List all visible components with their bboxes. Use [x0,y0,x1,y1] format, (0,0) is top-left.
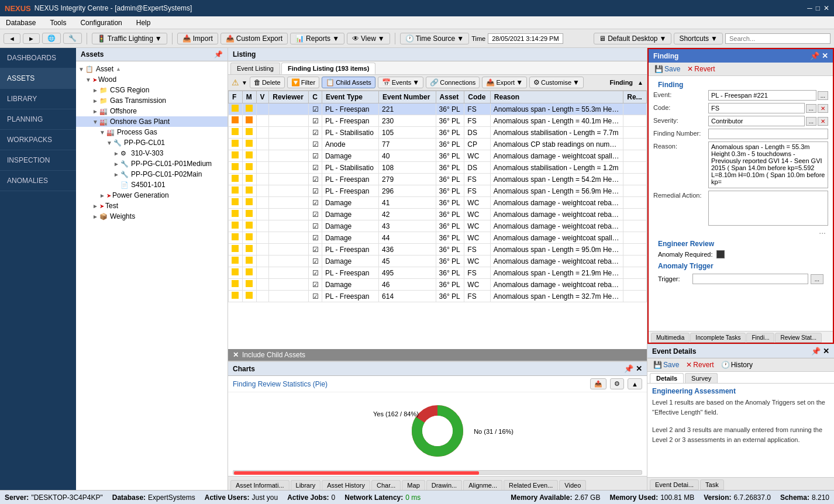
tab-map[interactable]: Map [402,480,425,490]
nav-back-btn[interactable]: ◄ [4,33,20,44]
finding-pin-icon[interactable]: 📌 [810,51,819,60]
severity-input[interactable] [708,116,805,126]
severity-browse-btn[interactable]: ... [806,117,816,126]
default-desktop-btn[interactable]: 🖥 Default Desktop ▼ [594,33,671,44]
tree-pp-pg-cl01[interactable]: ▼ 🔧 PP-PG-CL01 [76,137,228,148]
table-row[interactable]: ☑ Damage 44 36° PL WC Anomalous damage -… [229,232,647,244]
event-input[interactable] [708,90,816,101]
maximize-btn[interactable]: □ [816,4,820,12]
export-btn[interactable]: 📤 Export ▼ [482,77,527,88]
tree-p02main[interactable]: ► 🔧 PP-PG-CL01-P02Main [76,169,228,179]
table-row[interactable]: ☑ Damage 41 36° PL WC Anomalous damage -… [229,197,647,209]
tree-s4501[interactable]: ► 📄 S4501-101 [76,179,228,190]
table-row[interactable]: ☑ PL - Freespan 495 36° PL FS Anomalous … [229,267,647,279]
col-asset[interactable]: Asset [436,91,464,103]
tree-power-gen[interactable]: ► ➤ Power Generation [76,190,228,201]
table-row[interactable]: ☑ Damage 45 36° PL WC Anomalous damage -… [229,256,647,267]
customise-btn[interactable]: ⚙ Customise ▼ [529,77,584,88]
tab-drawing[interactable]: Drawin... [426,480,462,490]
ed-tab-details[interactable]: Details [650,373,684,383]
tab-incomplete-tasks[interactable]: Incomplete Tasks [690,333,746,343]
ed-save-btn[interactable]: 💾 Save [651,360,681,370]
reports-btn[interactable]: 📊 Reports ▼ [290,33,344,44]
ed-revert-btn[interactable]: ✕ Revert [684,360,716,370]
tree-p01medium[interactable]: ► 🔧 PP-PG-CL01-P01Medium [76,158,228,169]
tools-btn[interactable]: 🔧 [63,33,82,44]
tree-header[interactable]: ▼ 📋 Asset ▲ [76,64,228,74]
table-row[interactable]: ☑ PL - Freespan 296 36° PL FS Anomalous … [229,185,647,197]
col-m[interactable]: M [242,91,256,103]
tab-asset-history[interactable]: Asset History [322,480,370,490]
finding-save-btn[interactable]: 💾 Save [652,64,683,74]
ed-tab-survey[interactable]: Survey [685,373,718,383]
minimize-btn[interactable]: ─ [807,4,812,12]
col-f[interactable]: F [229,91,243,103]
nav-inspection[interactable]: INSPECTION [0,150,76,171]
tab-asset-info[interactable]: Asset Informati... [230,480,290,490]
tab-alignment[interactable]: Alignme... [463,480,502,490]
table-row[interactable]: ☑ PL - Freespan 436 36° PL FS Anomalous … [229,244,647,256]
col-event-type[interactable]: Event Type [322,91,378,103]
menu-tools[interactable]: Tools [47,18,68,28]
tab-video[interactable]: Video [559,480,586,490]
tree-310v303[interactable]: ► ⚙ 310-V-303 [76,148,228,158]
col-reason[interactable]: Reason [490,91,623,103]
nav-workpacks[interactable]: WORKPACKS [0,130,76,150]
charts-close-icon[interactable]: ✕ [636,364,642,373]
table-row[interactable]: ☑ Damage 42 36° PL WC Anomalous damage -… [229,209,647,220]
tree-offshore[interactable]: ► 🏭 Offshore [76,106,228,116]
charts-pin-icon[interactable]: 📌 [624,364,633,373]
remedial-action-textarea[interactable] [708,191,828,226]
tree-process-gas[interactable]: ▼ 🏭 Process Gas [76,127,228,137]
nav-anomalies[interactable]: ANOMALIES [0,171,76,191]
col-code[interactable]: Code [464,91,490,103]
table-row[interactable]: ☑ PL - Freespan 279 36° PL FS Anomalous … [229,174,647,185]
chart-scrollbar[interactable] [233,470,642,475]
ed-close-icon[interactable]: ✕ [823,347,829,355]
reason-textarea[interactable]: Anomalous span - Length = 55.3m Height 0… [708,141,828,188]
ed-tab-event-detail[interactable]: Event Detai... [650,479,699,490]
shortcuts-btn[interactable]: Shortcuts ▼ [674,33,723,44]
chart-settings-btn[interactable]: ⚙ [610,378,624,389]
custom-export-btn[interactable]: 📤 Custom Export [220,33,288,44]
pin-icon[interactable]: 📌 [214,50,223,58]
finding-revert-btn[interactable]: ✕ Revert [685,64,717,74]
tab-char[interactable]: Char... [371,480,401,490]
tab-related-events[interactable]: Related Even... [504,480,558,490]
filter-btn[interactable]: 🔽 Filter [287,77,319,88]
tab-findi[interactable]: Findi... [746,333,774,343]
tab-library[interactable]: Library [291,480,321,490]
col-reviewer[interactable]: Reviewer [269,91,309,103]
tab-multimedia[interactable]: Multimedia [651,333,690,343]
finding-close-icon[interactable]: ✕ [822,51,828,60]
menu-configuration[interactable]: Configuration [78,18,124,28]
anomaly-required-checkbox[interactable] [716,250,725,258]
col-re[interactable]: Re... [623,91,647,103]
child-assets-btn[interactable]: 📋 Child Assets [322,77,375,88]
chart-expand-btn[interactable]: ▲ [628,378,642,389]
time-source-btn[interactable]: 🕐 Time Source ▼ [400,33,469,44]
globe-btn[interactable]: 🌐 [42,33,61,44]
menu-database[interactable]: Database [4,18,38,28]
nav-dashboards[interactable]: DASHBOARDS [0,48,76,68]
table-row[interactable]: ☑ PL - Freespan 221 36° PL FS Anomalous … [229,103,647,115]
tree-weights[interactable]: ► 📦 Weights [76,211,228,222]
titlebar-controls[interactable]: ─ □ ✕ [807,4,829,12]
table-row[interactable]: ☑ Anode 77 36° PL CP Anomalous CP stab r… [229,139,647,150]
trigger-browse-btn[interactable]: ... [811,274,823,284]
col-c[interactable]: C [309,91,322,103]
code-browse-btn[interactable]: ... [806,104,816,113]
nav-library[interactable]: LIBRARY [0,89,76,109]
nav-assets[interactable]: ASSETS [0,68,76,89]
table-row[interactable]: ☑ Damage 40 36° PL WC Anomalous damage -… [229,150,647,162]
events-btn[interactable]: 📅 Events ▼ [378,77,424,88]
traffic-lighting-btn[interactable]: 🚦 Traffic Lighting ▼ [92,33,167,44]
event-browse-btn[interactable]: ... [818,91,828,100]
ed-history-btn[interactable]: 🕐 History [719,360,755,370]
global-search-input[interactable] [725,33,830,44]
menu-help[interactable]: Help [134,18,153,28]
code-input[interactable] [708,103,805,113]
table-row[interactable]: ☑ Damage 43 36° PL WC Anomalous damage -… [229,220,647,232]
trigger-input[interactable] [692,274,808,284]
include-close-btn[interactable]: ✕ [233,351,239,359]
